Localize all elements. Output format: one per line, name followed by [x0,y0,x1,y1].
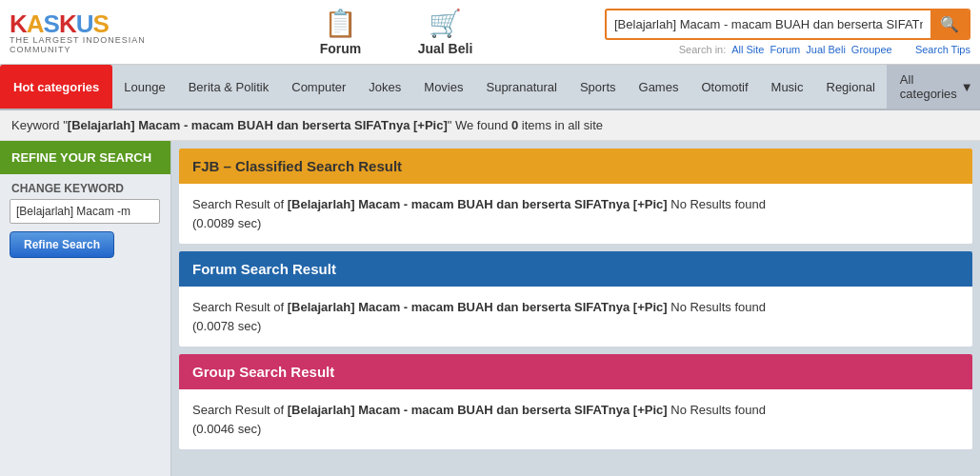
logo-area: KASKUS THE LARGEST INDONESIAN COMMUNITY [10,10,181,54]
nav-jual-beli[interactable]: 🛒 Jual Beli [408,8,484,56]
logo-subtitle: THE LARGEST INDONESIAN COMMUNITY [10,35,181,54]
group-prefix: Search Result of [192,403,288,417]
group-timing: (0.0046 sec) [192,422,261,436]
all-categories-label: All categories [900,72,957,101]
search-box-row: 🔍 [605,9,970,40]
forum-timing: (0.0078 sec) [192,319,261,333]
fjb-header: FJB – Classified Search Result [179,149,972,184]
cat-supranatural[interactable]: Supranatural [474,65,568,109]
fjb-timing: (0.0089 sec) [192,216,261,230]
found-count: 0 [511,118,518,132]
cat-otomotif[interactable]: Otomotif [690,65,759,109]
sidebar: REFINE YOUR SEARCH CHANGE KEYWORD Refine… [0,141,171,476]
cat-computer[interactable]: Computer [280,65,357,109]
nav-forum[interactable]: 📋 Forum [303,8,379,56]
search-in-label: Search in: [679,44,727,55]
cart-icon: 🛒 [429,8,462,39]
group-suffix: No Results found [668,403,766,417]
keyword-summary: Keyword "[Belajarlah] Macam - macam BUAH… [0,110,980,141]
cat-movies[interactable]: Movies [412,65,474,109]
forum-prefix: Search Result of [192,300,288,314]
forum-keyword: [Belajarlah] Macam - macam BUAH dan bers… [288,300,668,314]
refine-header: REFINE YOUR SEARCH [0,141,170,174]
search-input[interactable] [607,12,930,36]
search-scope-row: Search in: All Site Forum Jual Beli Grou… [679,44,970,55]
cat-hot[interactable]: Hot categories [0,65,112,109]
summary-keyword: [Belajarlah] Macam - macam BUAH dan bers… [68,118,448,132]
main: REFINE YOUR SEARCH CHANGE KEYWORD Refine… [0,141,980,476]
forum-header: Forum Search Result [179,251,972,287]
cat-berita[interactable]: Berita & Politik [177,65,281,109]
cat-sports[interactable]: Sports [569,65,628,109]
group-keyword: [Belajarlah] Macam - macam BUAH dan bers… [288,403,668,417]
cat-jokes[interactable]: Jokes [357,65,412,109]
forum-label: Forum [320,41,362,56]
fjb-keyword: [Belajarlah] Macam - macam BUAH dan bers… [288,197,668,211]
group-section: Group Search Result Search Result of [Be… [179,354,972,449]
change-keyword-label: CHANGE KEYWORD [0,174,170,199]
forum-icon: 📋 [324,8,357,39]
fjb-suffix: No Results found [668,197,766,211]
search-tips-link[interactable]: Search Tips [915,44,970,55]
scope-groupee[interactable]: Groupee [851,44,892,55]
cat-lounge[interactable]: Lounge [112,65,176,109]
content: FJB – Classified Search Result Search Re… [171,141,980,476]
fjb-section: FJB – Classified Search Result Search Re… [179,149,972,244]
refine-search-button[interactable]: Refine Search [10,231,114,258]
cat-regional[interactable]: Regional [815,65,887,109]
cat-games[interactable]: Games [628,65,690,109]
group-body: Search Result of [Belajarlah] Macam - ma… [179,389,972,449]
scope-all-site[interactable]: All Site [731,44,764,55]
group-header: Group Search Result [179,354,972,389]
nav-icons: 📋 Forum 🛒 Jual Beli [190,8,595,56]
fjb-prefix: Search Result of [192,197,288,211]
search-area: 🔍 Search in: All Site Forum Jual Beli Gr… [605,9,970,55]
all-categories-dropdown[interactable]: All categories ▼ [887,65,980,109]
scope-jual-beli[interactable]: Jual Beli [806,44,846,55]
forum-section: Forum Search Result Search Result of [Be… [179,251,972,347]
keyword-input[interactable] [10,199,160,224]
category-bar: Hot categories Lounge Berita & Politik C… [0,65,980,110]
forum-suffix: No Results found [668,300,766,314]
header: KASKUS THE LARGEST INDONESIAN COMMUNITY … [0,0,980,65]
jual-beli-label: Jual Beli [418,41,473,56]
search-button[interactable]: 🔍 [930,10,969,38]
chevron-down-icon: ▼ [961,80,973,94]
scope-forum[interactable]: Forum [770,44,801,55]
forum-body: Search Result of [Belajarlah] Macam - ma… [179,287,972,347]
fjb-body: Search Result of [Belajarlah] Macam - ma… [179,184,972,244]
cat-music[interactable]: Music [760,65,815,109]
